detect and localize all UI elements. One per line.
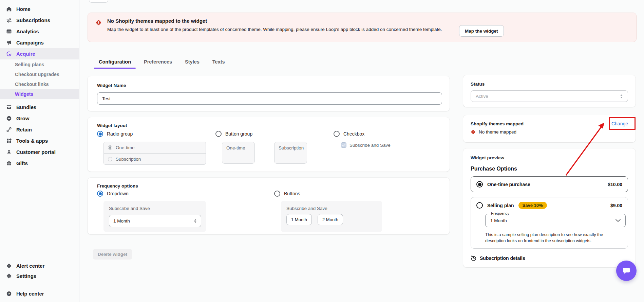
preview-row-one-time: One-time (104, 142, 206, 153)
themes-mapped-card: Shopify themes mapped Change No theme ma… (463, 115, 636, 142)
button-group-option-label: Button group (225, 131, 252, 137)
sidebar-item-label: Campaigns (16, 40, 44, 46)
preview-button-label: Subscription (279, 145, 304, 150)
preview-1-month-button[interactable]: 1 Month (286, 214, 312, 225)
button-group-option[interactable]: Button group (215, 131, 252, 137)
sidebar-item-grow[interactable]: Grow (0, 113, 79, 124)
sidebar-subitem-label: Checkout upgrades (15, 72, 59, 77)
tab-configuration[interactable]: Configuration (94, 55, 136, 68)
alert-icon (6, 263, 12, 269)
warning-diamond-icon (471, 129, 476, 135)
preview-row-label: Subscription (116, 157, 141, 162)
subscription-details-label: Subscription details (480, 255, 525, 261)
selling-plan-label: Selling plan (487, 203, 514, 208)
gifts-icon (6, 160, 12, 166)
sidebar-item-acquire[interactable]: Acquire (0, 48, 79, 59)
radio-group-option[interactable]: Radio group (97, 131, 133, 137)
checkbox-option-radio[interactable] (334, 131, 340, 137)
preview-row-label: One-time (116, 145, 135, 150)
frequency-select-preview[interactable]: 1 Month (109, 215, 201, 227)
sidebar-item-alert-center[interactable]: Alert center (0, 261, 79, 271)
sidebar-item-tools-apps[interactable]: Tools & apps (0, 135, 79, 146)
sidebar-item-settings[interactable]: Settings (0, 271, 79, 281)
grow-icon (6, 116, 12, 121)
chat-fab-button[interactable] (616, 261, 637, 281)
selling-plan-radio[interactable] (476, 202, 483, 209)
change-link[interactable]: Change (611, 121, 628, 126)
warning-diamond-icon (95, 19, 102, 27)
purchase-options-heading: Purchase Options (471, 166, 628, 172)
sidebar-divider (0, 285, 79, 285)
tab-texts[interactable]: Texts (208, 55, 230, 68)
dropdown-option-label: Dropdown (107, 191, 129, 196)
preview-button-label: One-time (226, 145, 245, 150)
sidebar-item-bundles[interactable]: Bundles (0, 102, 79, 113)
bundles-icon (6, 104, 12, 110)
widget-layout-card: Widget layout Radio group Button group C… (88, 117, 450, 172)
no-theme-mapped-text: No theme mapped (479, 129, 516, 135)
sidebar-item-selling-plans[interactable]: Selling plans (0, 59, 79, 69)
tab-styles[interactable]: Styles (180, 55, 204, 68)
sidebar-item-label: Acquire (16, 51, 35, 57)
dropdown-preview-panel: Subscribe and Save 1 Month (103, 201, 206, 232)
sidebar-item-subscriptions[interactable]: Subscriptions (0, 15, 79, 26)
widget-name-card: Widget Name (88, 76, 450, 111)
status-select[interactable]: Active (471, 90, 628, 102)
clock-refresh-icon (471, 255, 476, 261)
preview-radio-selected (108, 145, 112, 150)
campaigns-icon (6, 40, 12, 46)
acquire-icon (6, 51, 12, 57)
frequency-dropdown[interactable]: Frequency 1 Month (485, 214, 626, 227)
sidebar: Home Subscriptions Analytics Campaigns A… (0, 0, 79, 302)
tab-preferences[interactable]: Preferences (139, 55, 177, 68)
sidebar-item-widgets[interactable]: Widgets (0, 89, 79, 99)
radio-group-radio[interactable] (97, 131, 103, 137)
select-stepper-icon (194, 219, 197, 223)
sidebar-item-label: Grow (16, 116, 29, 121)
map-the-widget-button[interactable]: Map the widget (459, 25, 504, 37)
retain-icon (6, 127, 12, 132)
sidebar-item-label: Home (16, 6, 31, 12)
sidebar-item-customer-portal[interactable]: Customer portal (0, 146, 79, 158)
buttons-preview-panel: Subscribe and Save 1 Month 2 Month (281, 201, 382, 232)
one-time-radio[interactable] (476, 181, 483, 188)
checkbox-option-label: Checkbox (343, 131, 364, 137)
sidebar-item-label: Retain (16, 127, 32, 132)
sidebar-item-checkout-links[interactable]: Checkout links (0, 79, 79, 89)
dropdown-preview-title: Subscribe and Save (109, 206, 201, 211)
help-icon: ? (6, 291, 12, 297)
preview-2-month-button[interactable]: 2 Month (318, 214, 343, 225)
banner-description: Map the widget to at least one of the pr… (107, 27, 442, 32)
dropdown-option[interactable]: Dropdown (97, 191, 129, 197)
button-group-radio[interactable] (215, 131, 222, 137)
status-select-value: Active (476, 94, 488, 99)
sidebar-item-campaigns[interactable]: Campaigns (0, 37, 79, 48)
checkbox-preview-label: Subscribe and Save (349, 143, 391, 148)
warning-banner: No Shopify themes mapped to the widget M… (88, 13, 637, 42)
sidebar-item-retain[interactable]: Retain (0, 124, 79, 135)
back-button-partial[interactable] (89, 0, 108, 3)
selling-plan-price: $9.00 (610, 203, 622, 208)
dropdown-radio[interactable] (97, 191, 103, 197)
preview-row-subscription: Subscription (104, 153, 206, 164)
sidebar-item-gifts[interactable]: Gifts (0, 158, 79, 169)
one-time-purchase-row[interactable]: One-time purchase $10.00 (471, 176, 628, 192)
buttons-radio[interactable] (274, 191, 280, 197)
tab-bar: Configuration Preferences Styles Texts (94, 55, 230, 68)
checkbox-option[interactable]: Checkbox (334, 131, 364, 137)
widget-name-input[interactable] (97, 92, 442, 105)
customer-portal-icon (6, 149, 12, 155)
status-card: Status Active (463, 75, 636, 107)
sidebar-item-help-center[interactable]: ? Help center (0, 288, 79, 299)
one-time-label: One-time purchase (487, 182, 530, 187)
widget-preview-card: Widget preview Purchase Options One-time… (463, 148, 636, 267)
delete-widget-button[interactable]: Delete widget (93, 249, 132, 260)
banner-title: No Shopify themes mapped to the widget (107, 18, 442, 24)
sidebar-item-home[interactable]: Home (0, 3, 79, 15)
buttons-option[interactable]: Buttons (274, 191, 300, 197)
sidebar-item-checkout-upgrades[interactable]: Checkout upgrades (0, 69, 79, 79)
sidebar-item-analytics[interactable]: Analytics (0, 26, 79, 37)
subscription-details-row[interactable]: Subscription details (471, 255, 628, 261)
frequency-select-value: 1 Month (113, 218, 130, 224)
sidebar-item-label: Bundles (16, 104, 36, 110)
